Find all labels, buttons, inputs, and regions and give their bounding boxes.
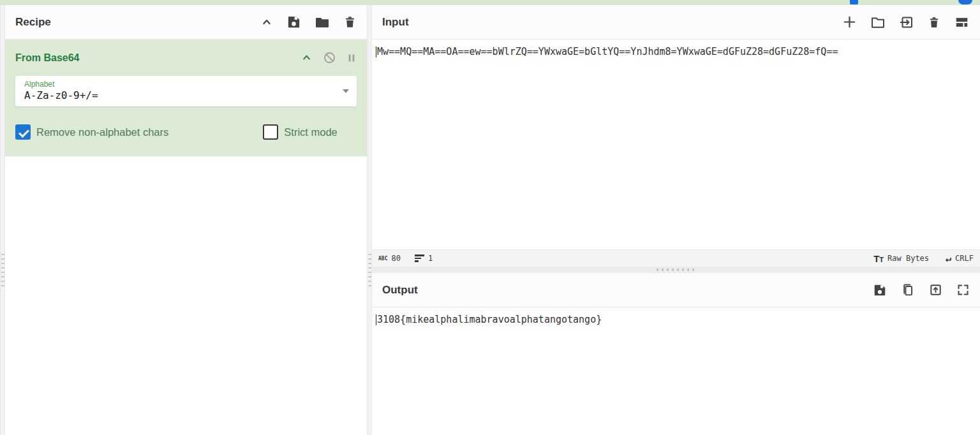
eol-selector[interactable]: ↵ CRLF — [946, 253, 974, 264]
line-count: 1 — [415, 254, 433, 263]
recipe-header: Recipe — [5, 5, 367, 40]
text-caret — [376, 47, 376, 57]
cyberchef-app: Recipe From Base64 — [0, 0, 980, 435]
top-banner-strip — [0, 0, 980, 5]
input-editor[interactable]: Mw==MQ==MA==OA==ew==bWlrZQ==YWxwaGE=bGlt… — [372, 40, 980, 64]
save-output-icon[interactable] — [873, 283, 887, 297]
io-pane: Input — [372, 5, 980, 435]
remove-non-alphabet-checkbox[interactable]: Remove non-alphabet chars — [15, 124, 168, 140]
output-header: Output — [372, 273, 980, 307]
recipe-io-splitter[interactable] — [367, 5, 372, 435]
line-count-value: 1 — [428, 254, 433, 263]
output-section: Output 3108{mikealp — [372, 273, 980, 435]
input-section: Input — [372, 5, 980, 267]
add-input-tab-icon[interactable] — [842, 15, 857, 29]
splitter-handle[interactable] — [1, 254, 4, 287]
breakpoint-pause-icon[interactable] — [346, 52, 357, 64]
checkbox-icon[interactable] — [263, 124, 278, 140]
output-text: 3108{mikealphalimabravoalphatangotango} — [377, 314, 602, 325]
text-caret — [376, 314, 376, 325]
splitter-handle[interactable] — [368, 254, 371, 287]
chevron-down-icon — [343, 89, 349, 93]
font-Tt-icon: TT — [873, 253, 884, 264]
char-count-value: 80 — [391, 254, 400, 263]
open-input-icon[interactable] — [899, 15, 914, 30]
open-file-folder-icon[interactable] — [870, 15, 886, 30]
disable-operation-icon[interactable] — [323, 51, 336, 64]
operation-title: From Base64 — [15, 52, 80, 64]
collapse-operation-chevron-icon[interactable] — [301, 52, 313, 64]
character-encoding-selector[interactable]: TT Raw Bytes — [873, 253, 929, 264]
banner-fragment — [958, 0, 972, 4]
operation-from-base64[interactable]: From Base64 Alphabet A-Za-z0-9+/= — [5, 40, 367, 156]
strict-mode-checkbox[interactable]: Strict mode — [263, 124, 337, 140]
clear-recipe-trash-icon[interactable] — [343, 15, 357, 29]
splitter-handle[interactable] — [657, 269, 696, 271]
alphabet-select[interactable]: Alphabet A-Za-z0-9+/= — [15, 76, 357, 107]
replace-input-with-output-icon[interactable] — [928, 283, 943, 297]
copy-output-icon[interactable] — [900, 283, 915, 297]
maximise-output-icon[interactable] — [956, 283, 970, 297]
checkbox-label: Strict mode — [284, 126, 337, 138]
input-output-splitter[interactable] — [372, 267, 980, 273]
char-count-icon: ABC — [378, 256, 387, 262]
checkbox-icon[interactable] — [15, 124, 31, 140]
operations-splitter[interactable] — [0, 5, 5, 435]
banner-fragment — [850, 0, 858, 4]
output-title: Output — [382, 284, 418, 297]
input-text[interactable]: Mw==MQ==MA==OA==ew==bWlrZQ==YWxwaGE=bGlt… — [377, 46, 838, 57]
output-editor[interactable]: 3108{mikealphalimabravoalphatangotango} — [372, 307, 980, 332]
return-arrow-icon: ↵ — [946, 253, 951, 264]
input-status-bar: ABC 80 1 TT Raw Bytes ↵ CRLF — [372, 249, 980, 267]
recipe-pane: Recipe From Base64 — [5, 5, 367, 435]
chevron-up-icon[interactable] — [260, 16, 273, 29]
clear-input-trash-icon[interactable] — [928, 15, 940, 29]
eol-value[interactable]: CRLF — [955, 254, 974, 263]
char-count: ABC 80 — [378, 254, 401, 263]
alphabet-label: Alphabet — [24, 80, 338, 89]
checkbox-label: Remove non-alphabet chars — [36, 126, 168, 138]
encoding-value[interactable]: Raw Bytes — [887, 254, 929, 263]
alphabet-value: A-Za-z0-9+/= — [24, 89, 338, 101]
input-header: Input — [372, 5, 980, 40]
load-recipe-folder-icon[interactable] — [315, 15, 330, 30]
recipe-title: Recipe — [15, 16, 51, 29]
save-recipe-icon[interactable] — [286, 15, 301, 29]
line-count-icon — [415, 254, 424, 262]
layout-maximise-icon[interactable] — [954, 15, 970, 29]
input-title: Input — [382, 16, 409, 29]
